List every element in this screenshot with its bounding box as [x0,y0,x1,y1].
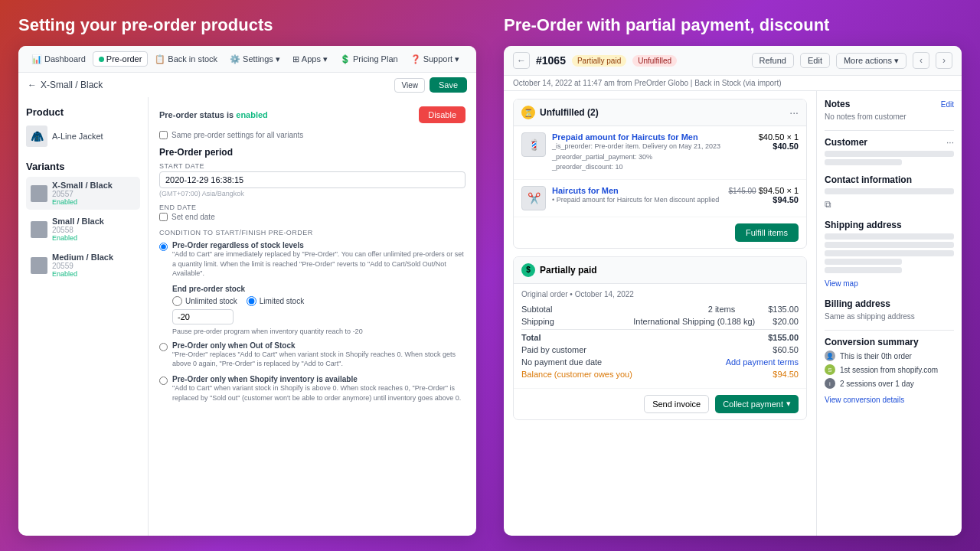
topbar-backstock[interactable]: 📋 Back in stock [149,52,223,67]
prev-order-button[interactable]: ‹ [913,52,929,69]
customer-more-button[interactable]: ··· [946,137,954,148]
send-invoice-button[interactable]: Send invoice [644,395,709,413]
no-payment-row: No payment due date Add payment terms [521,357,799,367]
preorder-period-title: Pre-Order period [159,147,466,158]
radio-input-0[interactable] [159,243,168,251]
conversion-item-1: S 1st session from shopify.com [825,364,954,375]
shopify-icon: S [825,364,835,375]
fulfillment-header: ⏳ Unfulfilled (2) ··· [514,99,806,126]
fulfillment-section: ⏳ Unfulfilled (2) ··· 💈 Prepaid amount f… [513,99,807,249]
user-icon: 👤 [825,350,835,361]
fulfillment-icon: ⏳ [521,106,535,119]
fulfillment-more-button[interactable]: ··· [789,106,799,119]
fulfill-items-button[interactable]: Fulfill items [735,223,799,242]
same-settings-checkbox[interactable] [159,131,168,139]
apps-icon: ⊞ [292,54,299,64]
panel-body: Product 🧥 A-Line Jacket Variants X-Small… [18,97,476,536]
edit-button[interactable]: Edit [800,53,830,68]
start-date-input[interactable] [159,171,466,188]
limited-stock-value[interactable] [172,309,234,324]
topbar-dashboard[interactable]: 📊 Dashboard [26,52,91,67]
next-order-button[interactable]: › [936,52,952,69]
email-blurred [825,188,954,194]
limited-stock-radio[interactable] [247,296,256,306]
dashboard-icon: 📊 [31,54,42,64]
variant-image-2 [31,257,47,274]
radio-input-1[interactable] [159,343,168,351]
topbar-pricing[interactable]: 💲 Pricing Plan [335,52,403,67]
topbar-settings[interactable]: ⚙️ Settings ▾ [224,52,286,67]
chevron-down-icon: ▾ [894,56,899,65]
topbar-support[interactable]: ❓ Support ▾ [405,52,466,67]
save-button[interactable]: Save [430,77,467,93]
addr-line-3 [825,250,954,256]
variant-image-1 [31,221,47,238]
support-icon: ❓ [410,54,421,64]
add-payment-terms-link[interactable]: Add payment terms [726,357,799,367]
multiply-sign: × [786,186,793,195]
divider-2 [825,330,954,331]
refund-button[interactable]: Refund [752,53,794,68]
unlimited-stock-radio[interactable] [172,296,182,306]
topbar-apps[interactable]: ⊞ Apps ▾ [287,52,333,67]
radio-option-0: Pre-Order regardless of stock levels "Ad… [159,241,466,279]
more-actions-button[interactable]: More actions ▾ [836,53,906,69]
variant-item-2[interactable]: Medium / Black 20559 Enabled [26,249,140,282]
addr-line-2 [825,242,954,248]
same-settings-row: Same pre-order settings for all variants [159,131,466,139]
left-panel: 📊 Dashboard Pre-order 📋 Back in stock ⚙️… [18,46,476,536]
order-number: #1065 [536,54,566,67]
left-sidebar: Product 🧥 A-Line Jacket Variants X-Small… [18,97,149,536]
status-bar: Pre-order status is enabled Disable [159,106,466,123]
order-topbar: ← #1065 Partially paid Unfulfilled Refun… [504,46,962,76]
order-side: Notes Edit No notes from customer Custom… [816,91,962,536]
payment-body: Original order • October 14, 2022 Subtot… [514,284,806,388]
shipping-row: Shipping International Shipping (0.188 k… [521,317,799,326]
end-date-row: Set end date [159,213,466,221]
conversion-item-2: i 2 sessions over 1 day [825,378,954,389]
notes-content: No notes from customer [825,112,954,121]
view-button[interactable]: View [394,78,425,93]
chevron-icon: ▾ [276,54,280,64]
addr-line-4 [825,259,902,265]
billing-section: Billing address Same as shipping address [825,298,954,321]
product-section: Product 🧥 A-Line Jacket [26,106,140,150]
status-text: Pre-order status is enabled [159,110,268,119]
order-main: ⏳ Unfulfilled (2) ··· 💈 Prepaid amount f… [504,91,816,536]
customer-id-blurred [825,159,902,165]
item-name-1[interactable]: Haircuts for Men [552,186,722,195]
pricing-icon: 💲 [340,54,351,64]
view-conversion-link[interactable]: View conversion details [825,396,904,404]
right-section: Pre-Order with partial payment, discount… [495,0,980,551]
conversion-item-0: 👤 This is their 0th order [825,350,954,361]
line-item-1: ✂️ Haircuts for Men • Prepaid amount for… [514,180,806,217]
back-button[interactable]: ← X-Small / Black [28,80,103,90]
collect-payment-button[interactable]: Collect payment ▾ [715,395,799,413]
payment-header: $ Partially paid [514,257,806,284]
shipping-section: Shipping address View map [825,220,954,289]
view-map-link[interactable]: View map [825,279,858,288]
disable-button[interactable]: Disable [419,106,466,123]
item-name-0[interactable]: Prepaid amount for Haircuts for Men [552,132,739,142]
set-end-date-checkbox[interactable] [159,213,168,221]
badge-unfulfilled: Unfulfilled [632,55,677,67]
variant-item-0[interactable]: X-Small / Black 20557 Enabled [26,177,140,210]
addr-line-1 [825,233,954,240]
back-nav-button[interactable]: ← [513,52,530,69]
variant-image-0 [31,185,47,202]
copy-icon[interactable]: ⧉ [825,199,831,210]
radio-option-1: Pre-Order only when Out of Stock "Pre-Or… [159,341,466,369]
limited-stock-input-row [172,309,466,324]
chevron-down-icon: ▾ [786,399,791,409]
radio-group: Pre-Order regardless of stock levels "Ad… [159,241,466,403]
radio-input-2[interactable] [159,377,168,385]
order-date-info: October 14, 2022 at 11:47 am from PreOrd… [504,76,962,91]
notes-edit-link[interactable]: Edit [941,100,954,109]
order-body: ⏳ Unfulfilled (2) ··· 💈 Prepaid amount f… [504,91,962,536]
topbar-preorder[interactable]: Pre-order [93,51,148,67]
product-item: 🧥 A-Line Jacket [26,122,140,150]
breadcrumb-row: ← X-Small / Black View Save [18,73,476,97]
active-dot [99,57,104,62]
variant-item-1[interactable]: Small / Black 20558 Enabled [26,213,140,246]
line-item-0: 💈 Prepaid amount for Haircuts for Men _i… [514,126,806,180]
